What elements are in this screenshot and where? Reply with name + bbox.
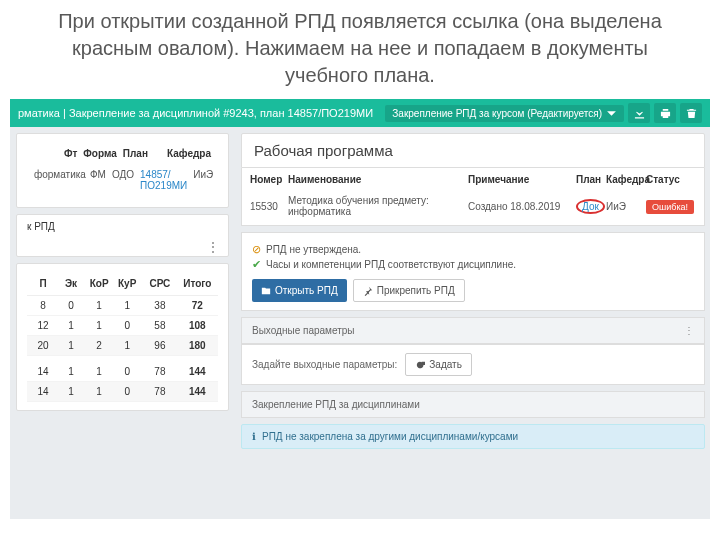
warning-icon: ⊘ [252,243,261,256]
delete-button[interactable] [680,103,702,123]
status-hours-ok: ✔ Часы и компетенции РПД соответствуют д… [252,258,694,271]
pin-icon [363,286,373,296]
table-row: 1411078144 [27,362,218,382]
app-screenshot: рматика | Закрепление за дисциплиной #92… [10,99,710,519]
folder-icon [261,286,271,296]
program-panel: Номер Наименование Примечание План Кафед… [241,168,705,226]
open-rpd-button[interactable]: Открыть РПД [252,279,347,302]
left-column: Фт Форма План Кафедра форматика ФМ ОДО 1… [10,127,235,519]
top-bar-title: рматика | Закрепление за дисциплиной #92… [18,107,373,119]
filter-headers: Фт Форма План Кафедра [27,142,218,165]
assign-section-header[interactable]: Закрепление РПД за дисциплинами [241,391,705,418]
print-button[interactable] [654,103,676,123]
k-rpd-card: к РПД ⋮ [16,214,229,257]
table-row: 80113872 [27,296,218,316]
table-row: 1211058108 [27,316,218,336]
params-section-body: Задайте выходные параметры: Задать [241,344,705,385]
more-menu[interactable]: ⋮ [684,325,694,336]
table-row: 2012196180 [27,336,218,356]
table-row: 1411078144 [27,382,218,402]
slide-title: При открытии созданной РПД появляется сс… [0,0,720,95]
program-row: 15530 Методика обучения предмету: информ… [242,191,704,225]
attach-rpd-button[interactable]: Прикрепить РПД [353,279,465,302]
download-icon [634,108,645,119]
status-panel: ⊘ РПД не утверждена. ✔ Часы и компетенци… [241,232,705,311]
refresh-icon [415,360,425,370]
info-icon: ℹ [252,431,256,442]
status-dropdown[interactable]: Закрепление РПД за курсом (Редактируется… [385,105,624,122]
panel-title: Рабочая программа [241,133,705,168]
k-rpd-label: к РПД [27,221,55,232]
top-bar-actions: Закрепление РПД за курсом (Редактируется… [385,103,702,123]
check-icon: ✔ [252,258,261,271]
status-unapproved: ⊘ РПД не утверждена. [252,243,694,256]
chevron-down-icon [606,108,617,119]
status-badge: Ошибка! [646,200,694,214]
assign-alert: ℹ РПД не закреплена за другими дисциплин… [241,424,705,449]
grid-headers: П Эк КоР КуР СРС Итого [27,272,218,296]
print-icon [660,108,671,119]
plan-link[interactable]: 14857/ПО219МИ [137,169,190,191]
right-column: Рабочая программа Номер Наименование При… [235,127,710,519]
dok-link[interactable]: Док [576,199,605,214]
top-bar: рматика | Закрепление за дисциплиной #92… [10,99,710,127]
download-button[interactable] [628,103,650,123]
params-section-header[interactable]: Выходные параметры ⋮ [241,317,705,344]
set-params-button[interactable]: Задать [405,353,472,376]
filter-row: форматика ФМ ОДО 14857/ПО219МИ ИиЭ [27,165,218,199]
more-menu[interactable]: ⋮ [206,242,220,252]
filter-card: Фт Форма План Кафедра форматика ФМ ОДО 1… [16,133,229,208]
program-headers: Номер Наименование Примечание План Кафед… [242,168,704,191]
hours-grid-card: П Эк КоР КуР СРС Итого 80113872 12110581… [16,263,229,411]
trash-icon [686,108,697,119]
